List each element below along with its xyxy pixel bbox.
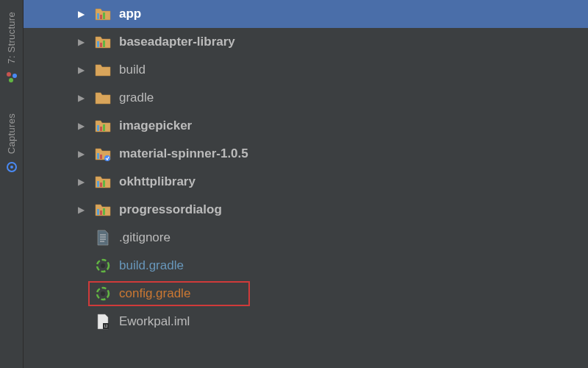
module-icon	[94, 173, 112, 191]
module-icon	[94, 201, 112, 219]
svg-rect-11	[97, 125, 99, 131]
tree-item-label: build.gradle	[119, 258, 184, 273]
svg-rect-22	[103, 208, 105, 215]
tree-item-label: config.gradle	[119, 286, 190, 301]
module-icon	[94, 5, 112, 23]
svg-point-30	[101, 291, 105, 296]
svg-rect-8	[97, 41, 99, 47]
expand-arrow-icon[interactable]: ▶	[75, 177, 87, 187]
tree-item-imagepicker[interactable]: ▶imagepicker	[24, 112, 588, 140]
svg-rect-7	[103, 13, 105, 19]
module-icon	[94, 33, 112, 51]
expand-arrow-icon[interactable]: ▶	[75, 121, 87, 131]
svg-rect-20	[97, 209, 99, 215]
tool-sidebar: 7: Structure Captures	[0, 0, 24, 368]
svg-rect-15	[100, 155, 102, 159]
tree-item-label: .gitignore	[119, 230, 171, 245]
tree-item-label: build	[119, 63, 146, 77]
tree-item-baseadapter-library[interactable]: ▶baseadapter-library	[24, 28, 588, 56]
sidebar-tab-captures[interactable]: Captures	[6, 109, 18, 177]
expand-arrow-icon[interactable]: ▶	[75, 93, 87, 103]
project-tree[interactable]: ▶app▶baseadapter-library▶build▶gradle▶im…	[24, 0, 588, 336]
svg-point-0	[7, 72, 11, 77]
expand-arrow-icon[interactable]: ▶	[75, 65, 87, 75]
tree-item-label: imagepicker	[119, 118, 192, 133]
tree-item-label: okhttplibrary	[119, 174, 196, 189]
tree-item-label: material-spinner-1.0.5	[119, 146, 248, 161]
tree-item-progressordialog[interactable]: ▶progressordialog	[24, 196, 588, 224]
svg-point-4	[10, 166, 13, 169]
expand-arrow-icon[interactable]: ▶	[75, 205, 87, 215]
svg-text:IJ: IJ	[104, 324, 107, 328]
svg-rect-17	[97, 181, 99, 187]
tree-item-build-gradle[interactable]: ▶build.gradle	[24, 252, 588, 280]
tree-item-okhttplibrary[interactable]: ▶okhttplibrary	[24, 168, 588, 196]
gradle-icon	[94, 285, 112, 302]
tree-item-label: gradle	[119, 91, 154, 105]
sidebar-tab-structure[interactable]: 7: Structure	[6, 7, 18, 87]
tree-item-gradle[interactable]: ▶gradle	[24, 84, 588, 112]
expand-arrow-icon[interactable]: ▶	[75, 149, 87, 159]
textfile-icon	[94, 229, 112, 247]
gradle-icon	[94, 257, 112, 275]
expand-arrow-icon[interactable]: ▶	[75, 9, 87, 19]
tree-item-label: progressordialog	[119, 202, 222, 217]
svg-rect-9	[100, 43, 102, 47]
svg-rect-12	[100, 127, 102, 131]
svg-point-28	[101, 263, 105, 268]
svg-point-1	[12, 74, 17, 78]
tree-item-label: Eworkpal.iml	[119, 314, 190, 329]
expand-arrow-icon[interactable]: ▶	[75, 37, 87, 47]
captures-icon	[6, 161, 18, 177]
svg-rect-21	[100, 210, 102, 215]
iml-icon: IJ	[94, 313, 112, 330]
module-icon	[94, 117, 112, 135]
structure-icon	[6, 71, 18, 87]
tree-item-app[interactable]: ▶app	[24, 0, 588, 28]
tree-item-label: baseadapter-library	[119, 35, 235, 49]
sidebar-tab-label: Captures	[6, 113, 17, 154]
tree-item--gitignore[interactable]: ▶.gitignore	[24, 224, 588, 252]
svg-rect-13	[103, 124, 105, 131]
tree-item-config-gradle[interactable]: ▶config.gradle	[24, 280, 588, 308]
svg-rect-6	[100, 15, 102, 19]
tree-item-material-spinner-1-0-5[interactable]: ▶material-spinner-1.0.5	[24, 140, 588, 168]
svg-rect-14	[97, 153, 99, 159]
svg-point-2	[9, 78, 13, 82]
tree-item-build[interactable]: ▶build	[24, 56, 588, 84]
tree-item-eworkpal-iml[interactable]: ▶IJEworkpal.iml	[24, 308, 588, 336]
sidebar-tab-label: 7: Structure	[6, 12, 17, 64]
folder-icon	[94, 89, 112, 107]
svg-rect-5	[97, 13, 99, 19]
svg-rect-19	[103, 180, 105, 187]
tree-item-label: app	[119, 7, 141, 21]
svg-rect-18	[100, 183, 102, 187]
module-ext-icon	[94, 145, 112, 163]
svg-rect-10	[103, 40, 105, 47]
folder-icon	[94, 61, 112, 79]
